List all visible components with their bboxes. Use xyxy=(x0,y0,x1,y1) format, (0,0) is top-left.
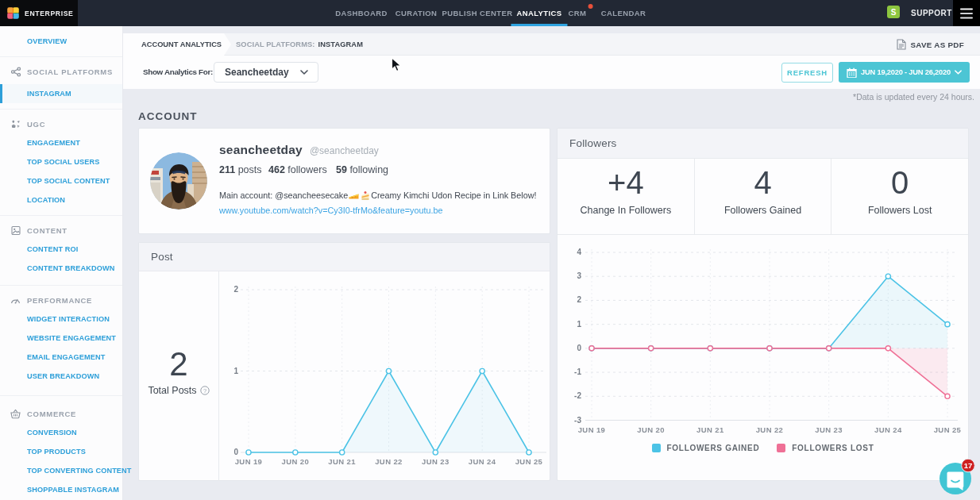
sidebar-section-commerce: COMMERCE CONVERSION TOP PRODUCTS TOP CON… xyxy=(0,396,122,499)
sidebar-item-location[interactable]: LOCATION xyxy=(0,190,122,210)
cheese-wedge-emoji-icon xyxy=(349,190,359,200)
svg-text:JUN 25: JUN 25 xyxy=(515,457,543,466)
refresh-button[interactable]: REFRESH xyxy=(781,63,833,83)
post-card: Post 2 Total Posts ? 012JUN 19JUN 20JUN … xyxy=(138,242,550,481)
nav-item-curation[interactable]: CURATION xyxy=(390,0,443,26)
nav-item-analytics[interactable]: ANALYTICS xyxy=(511,0,567,26)
date-range-value: JUN 19,2020 - JUN 26,2020 xyxy=(861,68,951,76)
svg-text:JUN 24: JUN 24 xyxy=(874,425,902,434)
svg-text:1: 1 xyxy=(577,320,581,329)
lost-swatch xyxy=(777,444,785,452)
account-stats: 211 posts 462 followers 59 following xyxy=(219,164,388,175)
page-title: ACCOUNT xyxy=(138,110,980,122)
ugc-icon xyxy=(10,119,21,129)
sidebar-item-instagram[interactable]: INSTAGRAM xyxy=(0,84,122,103)
chevron-down-icon xyxy=(955,70,962,75)
chat-bubble-icon xyxy=(947,472,964,491)
post-line-chart: 012JUN 19JUN 20JUN 21JUN 22JUN 23JUN 24J… xyxy=(219,271,550,481)
user-avatar-badge[interactable]: S xyxy=(887,6,900,18)
profile-avatar[interactable] xyxy=(150,152,207,210)
top-nav: DASHBOARD CURATION PUBLISH CENTER ANALYT… xyxy=(0,0,980,26)
stat-posts: 211 posts xyxy=(219,164,268,175)
sidebar-item-conversion[interactable]: CONVERSION xyxy=(0,423,122,442)
chevron-down-icon xyxy=(300,70,308,75)
svg-text:0: 0 xyxy=(233,448,238,456)
account-bio-link[interactable]: www.youtube.com/watch?v=Cy3I0-tfrMo&feat… xyxy=(219,206,442,215)
sidebar-item-engagement[interactable]: ENGAGEMENT xyxy=(0,133,122,152)
sidebar-item-widget-interaction[interactable]: WIDGET INTERACTION xyxy=(0,310,122,329)
breadcrumb-tab-account-analytics[interactable]: ACCOUNT ANALYTICS xyxy=(123,33,231,56)
svg-text:1: 1 xyxy=(233,367,238,375)
followers-stats: +4 Change In Followers 4 Followers Gaine… xyxy=(558,159,968,235)
crm-notification-dot xyxy=(588,4,592,9)
nav-item-label: PUBLISH CENTER xyxy=(442,9,513,17)
svg-text:JUN 20: JUN 20 xyxy=(637,425,665,434)
breadcrumb: ACCOUNT ANALYTICS SOCIAL PLATFORMS: INST… xyxy=(123,33,980,56)
nav-item-crm[interactable]: CRM xyxy=(563,0,592,26)
sidebar-item-top-social-content[interactable]: TOP SOCIAL CONTENT xyxy=(0,171,122,190)
sidebar-item-overview[interactable]: OVERVIEW xyxy=(27,37,67,45)
svg-text:3: 3 xyxy=(577,271,581,280)
sidebar-item-shoppable-instagram[interactable]: SHOPPABLE INSTAGRAM xyxy=(0,480,122,499)
sidebar-item-website-engagement[interactable]: WEBSITE ENGAGEMENT xyxy=(0,329,122,348)
sidebar-item-top-social-users[interactable]: TOP SOCIAL USERS xyxy=(0,152,122,171)
stat-following: 59 following xyxy=(336,164,388,175)
sidebar-item-content-roi[interactable]: CONTENT ROI xyxy=(0,240,122,259)
post-chart: 012JUN 19JUN 20JUN 21JUN 22JUN 23JUN 24J… xyxy=(219,271,550,481)
stat-followers-gained: 4 Followers Gained xyxy=(694,159,831,234)
chat-bubble-launcher: 17 xyxy=(938,456,976,494)
sidebar-item-top-converting-content[interactable]: TOP CONVERTING CONTENT xyxy=(0,461,122,480)
sidebar-header-content: CONTENT xyxy=(0,221,122,240)
cake-slice-emoji-icon xyxy=(361,190,370,200)
stat-followers: 462 followers xyxy=(268,164,336,175)
avatar-photo xyxy=(150,152,207,210)
analytics-controls: Show Analytics For: Seancheetday REFRESH… xyxy=(123,56,980,89)
account-bio: Main account: @seancheesecakeCreamy Kimc… xyxy=(219,190,536,200)
followers-chart: 43210-1-2-3JUN 19JUN 20JUN 21JUN 22JUN 2… xyxy=(558,235,968,481)
filter-label: Show Analytics For: xyxy=(143,67,213,76)
data-update-note: *Data is updated every 24 hours. xyxy=(123,89,980,105)
sidebar-header-social-platforms: SOCIAL PLATFORMS xyxy=(0,62,122,81)
account-select-dropdown[interactable]: Seancheetday xyxy=(214,62,318,83)
legend-followers-lost: FOLLOWERS LOST xyxy=(777,444,874,452)
followers-line-chart: 43210-1-2-3JUN 19JUN 20JUN 21JUN 22JUN 2… xyxy=(558,235,968,441)
sidebar-item-user-breakdown[interactable]: USER BREAKDOWN xyxy=(0,367,122,386)
nav-item-dashboard[interactable]: DASHBOARD xyxy=(330,0,392,26)
svg-text:JUN 19: JUN 19 xyxy=(235,457,263,466)
sidebar-item-top-products[interactable]: TOP PRODUCTS xyxy=(0,442,122,461)
hamburger-menu-button[interactable] xyxy=(953,0,980,26)
chart-legend: FOLLOWERS GAINED FOLLOWERS LOST xyxy=(558,444,968,452)
post-total-panel: 2 Total Posts ? xyxy=(139,271,219,481)
help-icon[interactable]: ? xyxy=(200,386,210,395)
nav-item-label: CRM xyxy=(569,9,587,17)
photo-icon xyxy=(10,225,21,236)
svg-text:JUN 24: JUN 24 xyxy=(469,457,496,466)
total-posts-label: Total Posts ? xyxy=(148,385,209,396)
svg-text:4: 4 xyxy=(577,248,581,256)
nav-item-label: ANALYTICS xyxy=(516,9,561,17)
svg-text:JUN 23: JUN 23 xyxy=(422,457,449,466)
sidebar-header-ugc: UGC xyxy=(0,114,122,133)
nav-item-label: DASHBOARD xyxy=(335,9,387,17)
support-link[interactable]: SUPPORT xyxy=(911,0,952,26)
svg-text:JUN 21: JUN 21 xyxy=(328,457,356,466)
hamburger-icon xyxy=(960,8,973,19)
svg-text:JUN 23: JUN 23 xyxy=(815,425,843,434)
account-username: seancheetday xyxy=(219,143,303,157)
svg-text:JUN 22: JUN 22 xyxy=(375,457,403,466)
gauge-icon xyxy=(10,295,21,306)
date-range-button[interactable]: JUN 19,2020 - JUN 26,2020 xyxy=(839,62,970,83)
breadcrumb-current-page: INSTAGRAM xyxy=(318,40,364,48)
sidebar-item-email-engagement[interactable]: EMAIL ENGAGEMENT xyxy=(0,348,122,367)
svg-text:JUN 21: JUN 21 xyxy=(696,425,724,434)
nav-item-publish-center[interactable]: PUBLISH CENTER xyxy=(437,0,519,26)
stat-followers-lost: 0 Followers Lost xyxy=(831,159,968,234)
save-as-pdf-button[interactable]: SAVE AS PDF xyxy=(897,33,964,56)
sidebar-header-performance: PERFORMANCE xyxy=(0,290,122,310)
svg-text:2: 2 xyxy=(233,285,238,294)
sidebar-item-content-breakdown[interactable]: CONTENT BREAKDOWN xyxy=(0,259,122,278)
nav-item-calendar[interactable]: CALENDAR xyxy=(596,0,652,26)
gained-swatch xyxy=(652,444,661,452)
sidebar-section-performance: PERFORMANCE WIDGET INTERACTION WEBSITE E… xyxy=(0,286,122,396)
chat-launcher-button[interactable]: 17 xyxy=(938,456,976,494)
